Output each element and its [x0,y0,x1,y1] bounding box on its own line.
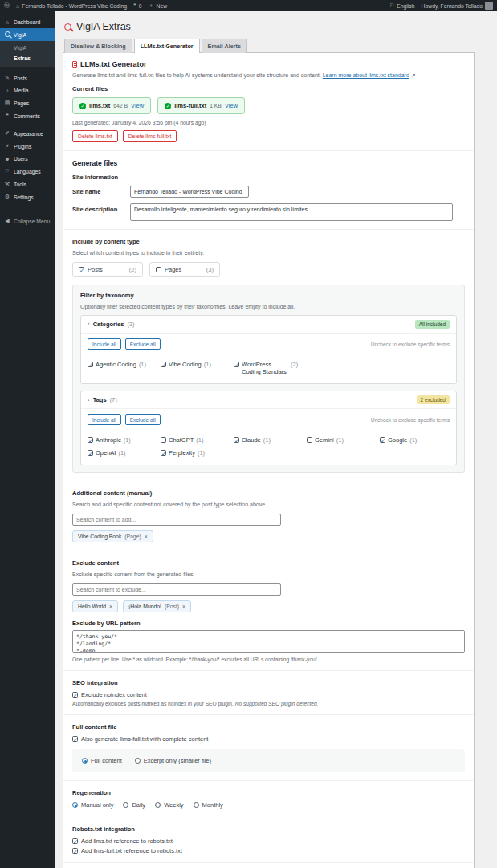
remove-chip-icon[interactable]: × [109,604,112,609]
chip-vibe-coding-book: Vibe Coding Book (Page) × [72,530,153,542]
current-files-heading: Current files [72,85,465,92]
robots-llms-full-checkbox[interactable] [72,848,78,854]
sidebar-item-comments[interactable]: ❝ Comments [0,109,55,122]
posts-checkbox[interactable] [79,267,84,272]
monthly-radio-option[interactable]: Monthly [194,801,223,809]
term-vibe-coding[interactable]: Vibe Coding (1) [161,361,230,375]
chevron-left-icon: ‹ [88,321,90,328]
wp-logo-icon[interactable]: Ⓦ [4,2,10,10]
radio-button[interactable] [135,758,141,764]
search-icon [4,31,10,38]
term-google[interactable]: Google (1) [380,436,450,444]
collapse-menu-button[interactable]: ◀ Collapse Menu [0,215,55,227]
sidebar-item-users[interactable]: ☻ Users [0,153,55,165]
term-perplexity[interactable]: Perplexity (1) [161,449,230,457]
view-llms-full-link[interactable]: View [225,102,238,109]
sidebar-subitem-vigia[interactable]: VigIA [0,43,55,53]
radio-button[interactable] [155,802,161,808]
term-checkbox[interactable] [88,362,93,367]
categories-header[interactable]: ‹ Categories (3) All included [81,316,456,334]
pages-checkbox[interactable] [156,267,161,272]
additional-content-heading: Additional content (manual) [72,489,465,497]
term-checkbox[interactable] [161,437,166,443]
sidebar-item-plugins[interactable]: ⚡ Plugins [0,140,55,153]
term-gemini[interactable]: Gemini (1) [307,436,377,444]
tab-email-alerts[interactable]: Email Alerts [202,39,247,53]
remove-chip-icon[interactable]: × [145,534,148,539]
sidebar-item-dashboard[interactable]: ⌂ Dashboard [0,16,55,28]
term-chatgpt[interactable]: ChatGPT (1) [161,436,230,444]
remove-chip-icon[interactable]: × [182,604,185,609]
sidebar-item-languages[interactable]: ⚐ Languages [0,165,55,178]
site-description-input[interactable]: Desarrollo inteligente, mantenimiento se… [130,203,453,221]
term-checkbox[interactable] [161,362,166,367]
categories-include-all-button[interactable]: Include all [88,338,121,350]
tags-exclude-all-button[interactable]: Exclude all [125,414,161,425]
exclude-content-heading: Exclude content [72,559,465,567]
delete-llms-full-button[interactable]: Delete llms-full.txt [123,130,177,142]
new-menu[interactable]: ＋ New [149,2,168,10]
view-llms-link[interactable]: View [131,102,144,109]
term-checkbox[interactable] [380,437,385,443]
seo-heading: SEO integration [72,679,465,686]
sidebar-item-vigia[interactable]: VigIA [0,28,55,41]
comments-menu[interactable]: ❝ 0 [133,2,142,9]
content-type-posts[interactable]: Posts (2) [72,262,143,277]
site-menu[interactable]: ⌂ Fernando Tellado - WordPress Vibe Codi… [16,3,127,9]
delete-llms-button[interactable]: Delete llms.txt [72,130,118,142]
tags-header[interactable]: ‹ Tags (7) 2 excluded [81,391,456,409]
language-switcher[interactable]: ⚐ English [389,2,415,9]
sidebar-item-posts[interactable]: ✎ Posts [0,72,55,84]
content-type-description: Select which content types to include in… [72,250,465,256]
sidebar-subitem-extras[interactable]: Extras [0,53,55,63]
term-checkbox[interactable] [88,450,93,456]
tags-include-all-button[interactable]: Include all [88,414,121,425]
manual-only-radio-option[interactable]: Manual only [72,801,113,809]
noindex-checkbox[interactable] [72,692,78,698]
term-anthropic[interactable]: Anthropic (1) [88,436,157,444]
radio-button[interactable] [72,802,78,808]
categories-toolbar: Include all Exclude all Uncheck to exclu… [81,334,456,354]
tab-disallow-blocking[interactable]: Disallow & Blocking [64,39,132,53]
daily-radio-option[interactable]: Daily [123,801,145,809]
robots-llms-checkbox[interactable] [72,838,78,844]
radio-button[interactable] [194,802,199,808]
exclude-content-search-input[interactable] [72,583,281,596]
term-checkbox[interactable] [88,437,93,443]
sidebar-item-pages[interactable]: ▤ Pages [0,96,55,109]
tab-llms-generator[interactable]: LLMs.txt Generator [134,39,200,53]
content-type-pages[interactable]: Pages (3) [149,262,220,277]
my-account-menu[interactable]: Howdy, Fernando Tellado [422,2,493,10]
sidebar-item-appearance[interactable]: ✐ Appearance [0,127,55,140]
learn-more-link[interactable]: Learn more about llms.txt standard [323,72,409,78]
term-agentic-coding[interactable]: Agentic Coding (1) [88,361,157,375]
full-file-option[interactable]: Also generate llms-full.txt with complet… [72,735,465,743]
term-checkbox[interactable] [234,437,239,443]
robots-llms-option[interactable]: Add llms.txt reference to robots.txt [72,837,465,845]
file-badges: ✓ llms.txt 642 B View ✓ llms-full.txt 1 … [72,97,465,114]
seo-noindex-option[interactable]: Exclude noindex content [72,691,465,698]
sidebar-item-tools[interactable]: ⚒ Tools [0,178,55,190]
sidebar-item-media[interactable]: ♪ Media [0,84,55,96]
term-openai[interactable]: OpenAI (1) [88,449,157,457]
add-content-search-input[interactable] [72,514,281,526]
howdy-label: Howdy, Fernando Tellado [422,3,483,9]
weekly-radio-option[interactable]: Weekly [155,801,183,809]
full-content-radio-option[interactable]: Full content [82,757,122,764]
url-pattern-textarea[interactable]: */thank-you/* */landing/* *-demo [72,630,465,653]
robots-llms-full-option[interactable]: Add llms-full.txt reference to robots.tx… [72,847,465,854]
term-claude[interactable]: Claude (1) [234,436,303,444]
sidebar-item-settings[interactable]: ⚙ Settings [0,190,55,203]
term-checkbox[interactable] [307,437,312,443]
pages-icon: ▤ [4,100,10,106]
full-file-checkbox[interactable] [72,736,78,742]
site-name-input[interactable] [130,186,249,198]
radio-button[interactable] [82,758,88,764]
excerpt-only-radio-option[interactable]: Excerpt only (smaller file) [135,757,211,764]
term-checkbox[interactable] [161,450,166,456]
language-label: English [397,3,414,9]
term-wp-coding-standars[interactable]: WordPress Coding Standars (2) [234,361,303,375]
radio-button[interactable] [123,802,128,808]
categories-exclude-all-button[interactable]: Exclude all [125,338,161,350]
term-checkbox[interactable] [234,362,239,367]
